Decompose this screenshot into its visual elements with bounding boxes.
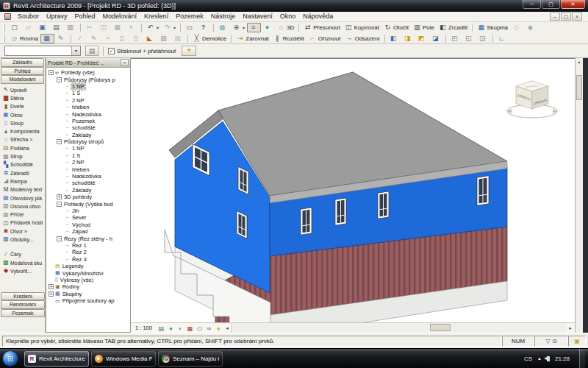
3d-view[interactable]: ZPŘEDU ZPRAVA NAHORU	[131, 59, 575, 323]
match-type-button[interactable]: ◰▾	[448, 34, 462, 43]
editor-request-button[interactable]: ▭▾	[183, 23, 197, 32]
tree-expand-icon[interactable]	[65, 112, 70, 117]
tree-item[interactable]: Půdorysy (Půdorys p	[46, 76, 130, 82]
menu-upravy[interactable]: Úpravy	[43, 12, 71, 21]
group-button[interactable]: ▦Skupina▾	[475, 23, 510, 32]
pick-walls-button[interactable]: ▯▾	[129, 34, 143, 43]
tree-expand-icon[interactable]	[65, 208, 70, 213]
tool-otvor[interactable]: ◙Otvor »	[0, 227, 45, 236]
tool-okno[interactable]: ▣Okno	[0, 110, 45, 118]
mirror-button[interactable]: ◧Zrcadlit▾	[437, 23, 470, 32]
close-icon[interactable]: ×	[121, 59, 129, 66]
redo-button[interactable]: ↷▾	[161, 23, 178, 32]
tree-item[interactable]: 3D pohledy	[46, 194, 130, 200]
tree-item[interactable]: 1 NP	[46, 145, 130, 152]
reveal-hidden-button[interactable]: ●	[214, 324, 223, 333]
menu-soubor[interactable]: Soubor	[14, 12, 43, 21]
tool-vytvorit[interactable]: ◆Vytvořit...	[0, 267, 45, 275]
tool-komponenta[interactable]: ▲Komponenta	[0, 127, 45, 135]
paste-aligned-button[interactable]: ◨▾	[401, 34, 415, 43]
work-grid-button[interactable]: ▦▾	[40, 34, 54, 43]
tree-item[interactable]: Řez 2	[46, 249, 130, 255]
tree-expand-icon[interactable]	[57, 139, 62, 144]
menu-modelovani[interactable]: Modelování	[99, 12, 141, 21]
tree-expand-icon[interactable]	[65, 125, 70, 130]
detail-level-button[interactable]: ▤	[157, 324, 166, 333]
tree-item[interactable]: 2 NP	[46, 97, 130, 104]
copy-to-clipboard-button[interactable]: ◧▾	[387, 34, 401, 43]
tree-item[interactable]: Základy	[46, 187, 130, 194]
properties-button[interactable]: ▤	[85, 46, 98, 56]
face-button[interactable]: ▧▾	[171, 34, 185, 43]
dropdown-arrow-icon[interactable]: ▾	[157, 25, 159, 30]
tree-expand-icon[interactable]	[65, 180, 70, 185]
side-window-3[interactable]	[378, 191, 389, 219]
tree-expand-icon[interactable]	[57, 236, 62, 241]
tree-item[interactable]: schodiště	[46, 180, 130, 186]
tool-modelova-skupina[interactable]: ▩Modelová sku	[0, 258, 45, 266]
taskbar-wmp[interactable]: Windows Media Player	[91, 351, 156, 367]
drawing-canvas[interactable]: ZPŘEDU ZPRAVA NAHORU 1 : 100 ▤●◐▦▭∞● ◂ ▸	[131, 58, 575, 333]
viewcube[interactable]: ZPŘEDU ZPRAVA NAHORU	[503, 77, 562, 122]
tree-item[interactable]: Nadezdívka	[46, 110, 130, 117]
tool-pricel[interactable]: ▦Příčel	[0, 210, 45, 219]
tree-expand-icon[interactable]	[65, 91, 70, 96]
tree-item[interactable]: hřeben	[46, 166, 130, 172]
rotate-button[interactable]: ↻Otočit▾	[381, 23, 411, 32]
tree-item[interactable]: Sever	[46, 214, 130, 221]
tree-item[interactable]: Východ	[46, 222, 130, 228]
side-window-2[interactable]	[335, 198, 346, 225]
tree-expand-icon[interactable]	[65, 146, 70, 151]
start-button[interactable]: ⊞	[2, 350, 18, 367]
language-indicator[interactable]: CS	[524, 355, 532, 362]
tree-item[interactable]: Legendy	[46, 263, 130, 269]
tree-item[interactable]: hřeben	[46, 104, 130, 110]
menu-pozemek[interactable]: Pozemek	[172, 12, 207, 21]
toolbar-grip[interactable]	[3, 24, 5, 32]
tree-item[interactable]: Řez 1	[46, 242, 130, 249]
dropdown-arrow-icon[interactable]: ▾	[173, 25, 176, 30]
type-selector-combobox[interactable]: ▾	[4, 46, 81, 56]
mdi-close-button[interactable]: ×	[572, 13, 582, 21]
tree-expand-icon[interactable]	[65, 118, 70, 124]
tree-expand-icon[interactable]	[49, 291, 54, 297]
toolbar-grip[interactable]	[3, 35, 5, 43]
tree-expand-icon[interactable]	[65, 188, 70, 193]
tree-item[interactable]: 2 NP	[46, 159, 130, 166]
tree-item[interactable]: 1 NP	[46, 83, 130, 90]
menu-kresleni[interactable]: Kreslení	[140, 12, 172, 21]
tab-rendrovani[interactable]: Rendrování	[1, 300, 45, 309]
tree-expand-icon[interactable]	[57, 194, 62, 199]
show-desktop-button[interactable]	[579, 349, 585, 368]
horizontal-scrollbar-thumb[interactable]	[430, 324, 451, 331]
side-window-1[interactable]	[301, 208, 312, 235]
menu-nastroje[interactable]: Nástroje	[207, 12, 240, 21]
line-button[interactable]: ∕▾	[74, 34, 87, 43]
tree-expand-icon[interactable]	[49, 70, 54, 75]
tree-item[interactable]: 1 S	[46, 90, 130, 96]
tree-item[interactable]: Výkazy/Množství	[46, 269, 130, 276]
project-browser-header[interactable]: Projekt RD - Prohlížeč ... ×	[46, 58, 130, 68]
tree-expand-icon[interactable]	[65, 132, 70, 138]
shadows-button[interactable]: ◐	[176, 324, 185, 333]
tree-expand-icon[interactable]	[65, 229, 70, 234]
gable-window-1[interactable]	[238, 167, 248, 195]
close-button[interactable]: ✕	[561, 0, 585, 9]
tab-zakladni[interactable]: Základní	[1, 58, 44, 67]
gable-window-2[interactable]	[237, 211, 247, 239]
tray-expand-icon[interactable]: ▲	[537, 356, 542, 361]
tree-item[interactable]: Západ	[46, 228, 130, 235]
tool-obrazky[interactable]: ▩Obrázky...	[0, 236, 45, 244]
scroll-up-icon[interactable]: ▴	[576, 58, 583, 66]
tool-upravit[interactable]: ↖Upravit	[0, 86, 45, 94]
linework-button[interactable]: ◱▾	[462, 34, 476, 43]
thin-lines-button[interactable]: ≡▾	[247, 23, 261, 32]
tab-pohled[interactable]: Pohled	[1, 67, 44, 76]
paint-button[interactable]: ◣▾	[143, 34, 157, 43]
tree-item[interactable]: Půdorysy stropů	[46, 138, 130, 145]
menu-napoveda[interactable]: Nápověda	[299, 12, 337, 21]
demolish-button[interactable]: ╳Demolice▾	[190, 34, 229, 43]
tree-item[interactable]: Pohledy (vše)	[46, 69, 130, 76]
align-button[interactable]: ⇥Zarovnat▾	[234, 34, 271, 43]
tree-item[interactable]: Skupiny	[46, 291, 130, 297]
